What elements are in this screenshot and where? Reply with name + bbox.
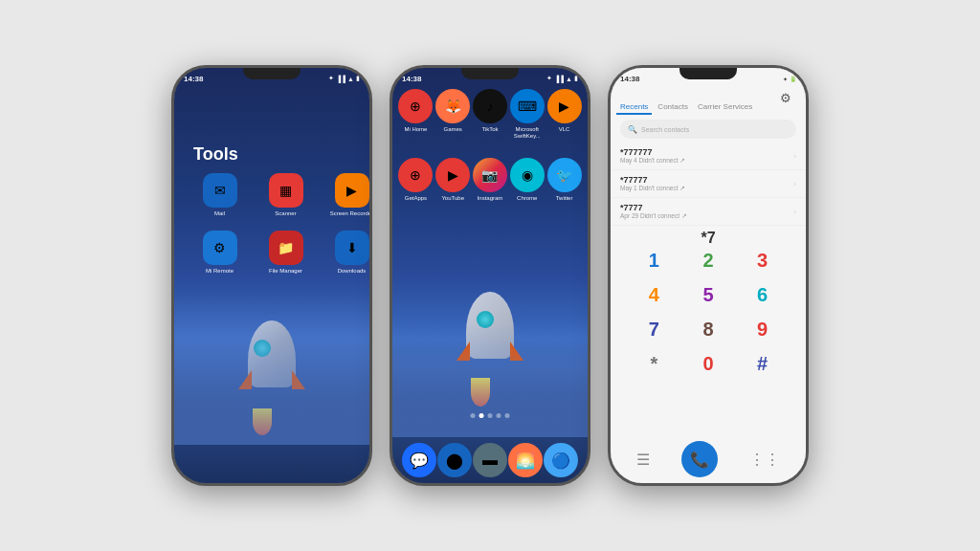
- battery-icon: 🔋: [790, 76, 796, 82]
- contact-sub-2: May 1 Didn't connect ↗: [620, 185, 685, 192]
- mail-label: Mail: [214, 210, 225, 217]
- list-item[interactable]: ♪ TikTok: [473, 89, 508, 139]
- wifi-icon: ▲: [347, 76, 354, 82]
- dock-messages[interactable]: 💬: [402, 443, 436, 477]
- phone3-contact-list: *777777 May 4 Didn't connect ↗ › *77777 …: [611, 143, 806, 226]
- contact-number-3: *7777: [620, 203, 687, 212]
- dialer-key-2[interactable]: 2: [690, 246, 726, 275]
- tab-contacts[interactable]: Contacts: [654, 100, 692, 115]
- youtube-icon: ▶: [435, 158, 470, 192]
- contact-info-3: *7777 Apr 29 Didn't connect ↗: [620, 203, 687, 220]
- folder-label: Tools: [193, 144, 238, 165]
- phone3-search-bar[interactable]: 🔍 Search contacts: [620, 120, 796, 139]
- contact-row-3[interactable]: *7777 Apr 29 Didn't connect ↗ ›: [611, 198, 806, 226]
- tab-recents[interactable]: Recents: [616, 100, 652, 115]
- search-icon: 🔍: [628, 125, 637, 134]
- downloads-icon: ⬇: [335, 231, 369, 265]
- file-manager-icon: 📁: [269, 231, 303, 265]
- bluetooth-icon: ✦: [783, 76, 788, 82]
- tiktok-label: TikTok: [481, 126, 498, 133]
- tab-carrier[interactable]: Carrier Services: [694, 100, 756, 115]
- list-item[interactable]: ⚙ Mi Remote: [193, 231, 246, 275]
- contact-info-2: *77777 May 1 Didn't connect ↗: [620, 175, 685, 192]
- instagram-label: Instagram: [478, 195, 503, 202]
- dialer-key-4[interactable]: 4: [635, 280, 672, 309]
- dialer-key-9[interactable]: 9: [745, 315, 781, 343]
- vlc-label: VLC: [559, 126, 570, 133]
- list-item[interactable]: ⊕ GetApps: [398, 158, 434, 202]
- dock-settings[interactable]: ▬: [473, 443, 507, 477]
- list-item[interactable]: 📁 File Manager: [259, 231, 312, 275]
- list-item[interactable]: ▶ VLC: [546, 89, 582, 139]
- phone2-time: 14:38: [402, 75, 421, 83]
- screen-recorder-label: Screen Recorder: [330, 210, 372, 217]
- dialer-key-5[interactable]: 5: [690, 280, 726, 309]
- dialer-key-0[interactable]: 0: [690, 349, 726, 378]
- list-item[interactable]: ◉ Chrome: [509, 158, 545, 202]
- dialer-key-3[interactable]: 3: [745, 246, 781, 275]
- phone2-dock: 💬 ⬤ ▬ 🌅 🔵: [402, 443, 578, 477]
- contact-number-1: *777777: [620, 147, 685, 157]
- phone2-status-bar: 14:38 ✦ ▐▐ ▲ ▮: [392, 68, 588, 87]
- games-label: Games: [444, 126, 462, 133]
- menu-icon[interactable]: ☰: [636, 451, 650, 469]
- dialer-key-star[interactable]: *: [635, 349, 672, 378]
- dialer-key-1[interactable]: 1: [635, 246, 672, 275]
- contact-row-2[interactable]: *77777 May 1 Didn't connect ↗ ›: [611, 170, 806, 198]
- list-item[interactable]: ✉ Mail: [193, 173, 246, 217]
- dock-phone[interactable]: ⬤: [437, 443, 472, 477]
- chrome-label: Chrome: [517, 195, 537, 202]
- tiktok-icon: ♪: [473, 89, 507, 123]
- list-item[interactable]: 🐦 Twitter: [546, 158, 582, 202]
- twitter-icon: 🐦: [547, 158, 582, 192]
- downloads-label: Downloads: [338, 268, 367, 275]
- contact-sub-3: Apr 29 Didn't connect ↗: [620, 212, 687, 220]
- battery-icon: ▮: [356, 75, 360, 82]
- list-item[interactable]: ▶ YouTube: [435, 158, 471, 202]
- dialer-key-hash[interactable]: #: [745, 349, 781, 378]
- dialer-key-8[interactable]: 8: [690, 315, 726, 343]
- list-item[interactable]: 🦊 Games: [435, 89, 471, 139]
- mi-home-icon: ⊕: [398, 89, 433, 123]
- scanner-icon: ▦: [269, 173, 303, 208]
- mail-icon: ✉: [203, 173, 237, 208]
- call-button[interactable]: 📞: [681, 441, 718, 477]
- phone1-status-bar: 14:38 ✦ ▐▐ ▲ ▮: [174, 68, 369, 87]
- phone2-status-icons: ✦ ▐▐ ▲ ▮: [546, 75, 578, 82]
- phone3-status-icons: ✦ 🔋: [783, 76, 796, 82]
- wifi-icon: ▲: [566, 76, 572, 82]
- dock-gallery[interactable]: 🌅: [508, 443, 543, 477]
- page-dots: [471, 413, 510, 418]
- chrome-icon: ◉: [510, 158, 545, 192]
- phone1-app-grid: ✉ Mail ▦ Scanner ▶ Screen Recorder ⚙ Mi …: [193, 173, 372, 274]
- phone3-time: 14:38: [620, 75, 639, 83]
- contact-row-1[interactable]: *777777 May 4 Didn't connect ↗ ›: [611, 143, 806, 170]
- dock-browser[interactable]: 🔵: [544, 443, 578, 477]
- dot-1: [471, 413, 476, 418]
- chevron-right-icon: ›: [793, 208, 796, 216]
- signal-icon: ▐▐: [554, 76, 564, 82]
- list-item[interactable]: ▶ Screen Recorder: [325, 173, 372, 217]
- file-manager-label: File Manager: [269, 268, 302, 275]
- list-item[interactable]: 📷 Instagram: [473, 158, 508, 202]
- list-item[interactable]: ⌨ Microsoft SwiftKey...: [509, 89, 545, 139]
- dialer-key-7[interactable]: 7: [635, 315, 672, 343]
- games-icon: 🦊: [435, 89, 470, 123]
- dialpad-icon[interactable]: ⋮⋮: [749, 451, 780, 469]
- phone1-status-icons: ✦ ▐▐ ▲ ▮: [328, 75, 360, 82]
- vlc-icon: ▶: [547, 89, 582, 123]
- phone3-tabs: Recents Contacts Carrier Services: [616, 100, 800, 115]
- phone-2: 14:38 ✦ ▐▐ ▲ ▮ ⊕ Mi Home 🦊 Games ♪ TikTo…: [390, 65, 590, 486]
- contact-info-1: *777777 May 4 Didn't connect ↗: [620, 147, 685, 165]
- list-item[interactable]: ⊕ Mi Home: [398, 89, 434, 139]
- bluetooth-icon: ✦: [328, 75, 334, 82]
- chevron-right-icon: ›: [793, 152, 796, 161]
- dialer-key-6[interactable]: 6: [745, 280, 781, 309]
- swiftkey-label: Microsoft SwiftKey...: [509, 126, 545, 139]
- list-item[interactable]: ⬇ Downloads: [325, 231, 372, 275]
- swiftkey-icon: ⌨: [510, 89, 545, 123]
- mi-home-label: Mi Home: [404, 126, 427, 133]
- search-placeholder: Search contacts: [641, 126, 689, 133]
- list-item[interactable]: ▦ Scanner: [259, 173, 312, 217]
- dialer-grid: 1 2 3 4 5 6 7 8 9 * 0 #: [620, 246, 796, 378]
